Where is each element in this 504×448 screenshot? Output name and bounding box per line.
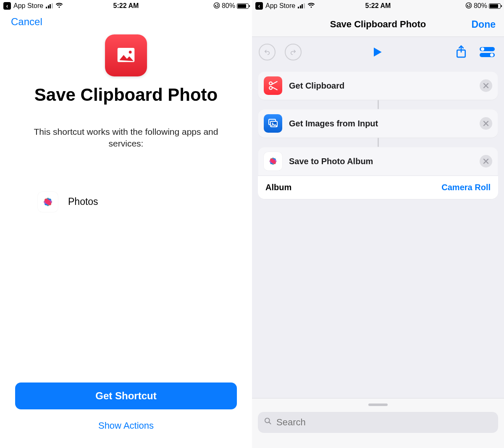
album-picker-row[interactable]: Album Camera Roll <box>258 176 498 199</box>
show-actions-button[interactable]: Show Actions <box>98 420 154 431</box>
close-icon <box>483 121 489 126</box>
battery-pct: 80% <box>474 2 487 10</box>
svg-point-16 <box>490 53 494 57</box>
editor-nav: Save Clipboard Photo Done <box>252 12 504 37</box>
app-row-photos: Photos <box>38 192 214 212</box>
svg-point-0 <box>214 3 219 8</box>
search-field[interactable] <box>258 412 498 433</box>
rotation-lock-icon <box>213 2 220 10</box>
editor-toolbar <box>252 37 504 67</box>
action-title: Get Images from Input <box>289 119 378 128</box>
battery-icon <box>489 3 501 9</box>
shortcut-app-icon <box>105 34 147 76</box>
status-back-label[interactable]: App Store <box>265 2 295 10</box>
remove-action-button[interactable] <box>480 79 492 92</box>
search-input[interactable] <box>276 417 492 428</box>
action-title: Save to Photo Album <box>289 157 373 166</box>
images-icon <box>264 114 282 133</box>
battery-pct: 80% <box>222 2 235 10</box>
action-card-get-clipboard[interactable]: Get Clipboard <box>258 71 498 100</box>
album-label: Album <box>265 183 291 192</box>
status-bar: ‹ App Store 5:22 AM 80% <box>252 0 504 12</box>
actions-list: Get Clipboard Get Images from Input <box>252 67 504 199</box>
cellular-bars-icon <box>46 3 53 8</box>
status-bar: ‹ App Store 5:22 AM 80% <box>0 0 252 12</box>
photos-icon <box>264 152 282 170</box>
battery-icon <box>237 3 249 9</box>
close-icon <box>483 158 489 164</box>
cancel-button[interactable]: Cancel <box>11 16 42 28</box>
app-name-label: Photos <box>68 196 98 207</box>
action-card-get-images[interactable]: Get Images from Input <box>258 109 498 138</box>
shortcut-subtitle: This shortcut works with the following a… <box>0 126 252 150</box>
wifi-icon <box>55 2 63 10</box>
settings-toggle-button[interactable] <box>478 43 496 61</box>
undo-icon <box>259 44 276 60</box>
drag-handle[interactable] <box>368 403 388 406</box>
screen-shortcut-preview: ‹ App Store 5:22 AM 80% Cancel Save Clip… <box>0 0 252 448</box>
editor-title: Save Clipboard Photo <box>330 19 426 30</box>
share-icon <box>455 45 467 59</box>
shortcut-title: Save Clipboard Photo <box>0 85 252 105</box>
play-icon <box>370 45 384 59</box>
wifi-icon <box>307 2 315 10</box>
album-value[interactable]: Camera Roll <box>441 183 491 192</box>
share-button[interactable] <box>452 43 470 61</box>
remove-action-button[interactable] <box>480 117 492 130</box>
remove-action-button[interactable] <box>480 155 492 168</box>
undo-button[interactable] <box>258 43 276 61</box>
svg-point-21 <box>272 123 273 124</box>
svg-point-2 <box>129 51 132 54</box>
redo-icon <box>285 44 302 60</box>
connector-line <box>378 100 379 109</box>
cellular-bars-icon <box>298 3 305 8</box>
redo-button[interactable] <box>284 43 302 61</box>
action-title: Get Clipboard <box>289 81 344 91</box>
screen-shortcut-editor: ‹ App Store 5:22 AM 80% Save Clipboard P… <box>252 0 504 448</box>
search-icon <box>264 417 272 428</box>
rotation-lock-icon <box>465 2 472 10</box>
svg-point-14 <box>481 47 484 51</box>
action-card-save-photo[interactable]: Save to Photo Album Album Camera Roll <box>258 147 498 199</box>
appstore-back-icon[interactable]: ‹ <box>3 2 11 10</box>
run-button[interactable] <box>368 43 386 61</box>
svg-point-11 <box>466 3 471 8</box>
get-shortcut-button[interactable]: Get Shortcut <box>15 383 237 409</box>
photos-app-icon <box>38 192 58 212</box>
scissors-icon <box>264 76 282 95</box>
toggles-icon <box>479 45 496 59</box>
done-button[interactable]: Done <box>472 18 496 30</box>
close-icon <box>483 83 489 89</box>
connector-line <box>378 138 379 147</box>
search-panel <box>252 398 504 448</box>
status-back-label[interactable]: App Store <box>13 2 43 10</box>
appstore-back-icon[interactable]: ‹ <box>255 2 263 10</box>
